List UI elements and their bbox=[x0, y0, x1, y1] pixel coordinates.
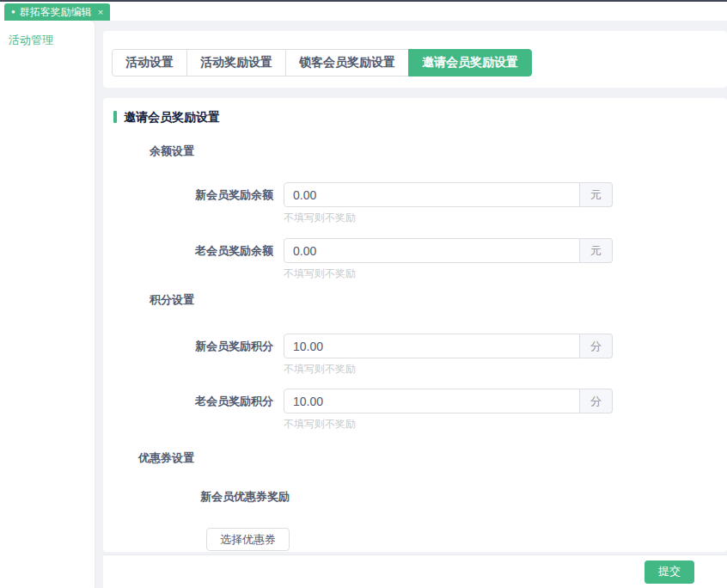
tab-invite-member-reward-settings[interactable]: 邀请会员奖励设置 bbox=[408, 49, 532, 77]
new-member-balance-input[interactable] bbox=[284, 182, 580, 207]
old-member-points-input[interactable] bbox=[284, 389, 580, 413]
input-group: 元 bbox=[284, 238, 613, 263]
section-accent-bar bbox=[113, 111, 117, 123]
form-row: 新会员奖励积分 分 bbox=[103, 334, 727, 358]
active-dot-icon: ● bbox=[11, 9, 15, 15]
unit-addon-points: 分 bbox=[580, 334, 613, 358]
select-coupon-button[interactable]: 选择优惠券 bbox=[206, 528, 290, 551]
unit-addon-points: 分 bbox=[580, 389, 613, 413]
form-card: 邀请会员奖励设置 余额设置 新会员奖励余额 元 不填写则不奖励 老会员奖励余额 … bbox=[103, 98, 727, 552]
unit-addon-yuan: 元 bbox=[580, 238, 613, 263]
tab-activity-settings[interactable]: 活动设置 bbox=[112, 49, 187, 77]
form-row: 老会员奖励余额 元 bbox=[103, 238, 727, 263]
field-label-old-member-points: 老会员奖励积分 bbox=[103, 389, 284, 413]
section-title-text: 邀请会员奖励设置 bbox=[124, 110, 220, 124]
close-icon[interactable]: × bbox=[98, 7, 103, 17]
field-hint: 不填写则不奖励 bbox=[284, 211, 727, 224]
tab-activity-reward-settings[interactable]: 活动奖励设置 bbox=[186, 49, 286, 77]
main-content: 活动设置 活动奖励设置 锁客会员奖励设置 邀请会员奖励设置 邀请会员奖励设置 余… bbox=[103, 21, 727, 552]
tab-lock-member-reward-settings[interactable]: 锁客会员奖励设置 bbox=[285, 49, 409, 77]
field-label-new-member-balance: 新会员奖励余额 bbox=[103, 182, 284, 207]
field-label-old-member-balance: 老会员奖励余额 bbox=[103, 238, 284, 263]
sidebar: 活动管理 bbox=[0, 21, 95, 588]
input-group: 分 bbox=[284, 334, 613, 358]
field-label-new-member-coupon: 新会员优惠券奖励 bbox=[200, 491, 727, 503]
field-hint: 不填写则不奖励 bbox=[284, 267, 727, 279]
unit-addon-yuan: 元 bbox=[580, 182, 613, 207]
page-tab-bar: ● 群拓客奖励编辑 × bbox=[0, 0, 727, 21]
sidebar-item-activity-management[interactable]: 活动管理 bbox=[0, 21, 95, 60]
tabs-card: 活动设置 活动奖励设置 锁客会员奖励设置 邀请会员奖励设置 bbox=[103, 31, 727, 88]
input-group: 元 bbox=[284, 182, 613, 207]
submit-button[interactable]: 提交 bbox=[645, 560, 694, 584]
form-row: 新会员奖励余额 元 bbox=[103, 182, 727, 207]
field-hint: 不填写则不奖励 bbox=[284, 418, 727, 430]
settings-tab-group: 活动设置 活动奖励设置 锁客会员奖励设置 邀请会员奖励设置 bbox=[112, 49, 727, 77]
field-hint: 不填写则不奖励 bbox=[284, 363, 727, 375]
group-label-points: 积分设置 bbox=[103, 293, 194, 307]
new-member-points-input[interactable] bbox=[284, 334, 580, 358]
group-label-balance: 余额设置 bbox=[103, 144, 194, 158]
input-group: 分 bbox=[284, 389, 613, 413]
footer-bar: 提交 bbox=[103, 554, 727, 588]
page-tab-label: 群拓客奖励编辑 bbox=[20, 5, 92, 20]
old-member-balance-input[interactable] bbox=[284, 238, 580, 263]
form-row: 老会员奖励积分 分 bbox=[103, 389, 727, 413]
group-label-coupon: 优惠券设置 bbox=[103, 451, 194, 465]
open-page-tab[interactable]: ● 群拓客奖励编辑 × bbox=[4, 3, 110, 21]
field-label-new-member-points: 新会员奖励积分 bbox=[103, 334, 284, 358]
section-header: 邀请会员奖励设置 bbox=[113, 110, 727, 124]
